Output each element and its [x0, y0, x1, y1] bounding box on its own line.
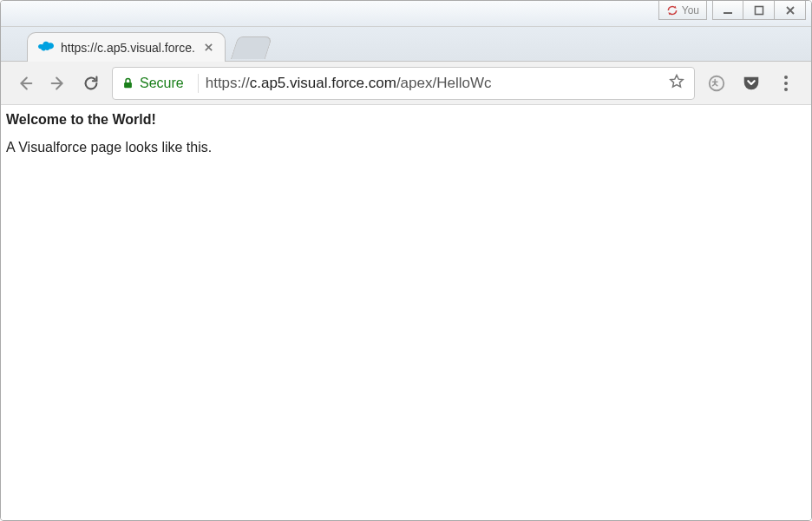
close-window-button[interactable] — [775, 1, 806, 20]
secure-chip[interactable]: Secure — [121, 76, 191, 91]
minimize-icon — [723, 5, 733, 16]
lock-icon — [121, 76, 134, 89]
page-heading: Welcome to the World! — [6, 112, 806, 128]
window-titlebar: You — [1, 1, 811, 27]
user-badge-label: You — [682, 4, 699, 16]
maximize-icon — [754, 5, 764, 16]
bookmark-button[interactable] — [666, 73, 687, 94]
star-icon — [668, 73, 685, 90]
sync-icon — [666, 4, 678, 16]
arrow-left-icon — [16, 74, 35, 93]
browser-toolbar: Secure https://c.ap5.visual.force.com/ap… — [1, 62, 811, 105]
arrow-right-icon — [49, 74, 68, 93]
tab-strip: https://c.ap5.visual.force. — [1, 27, 811, 62]
tab-close-button[interactable] — [202, 41, 216, 55]
close-icon — [204, 43, 213, 52]
minimize-button[interactable] — [712, 1, 743, 20]
new-tab-button[interactable] — [231, 36, 272, 59]
svg-rect-1 — [755, 6, 763, 14]
url-domain: c.ap5.visual.force.com — [250, 75, 396, 91]
svg-point-3 — [710, 76, 724, 90]
pocket-icon — [742, 74, 761, 93]
address-bar[interactable]: Secure https://c.ap5.visual.force.com/ap… — [112, 67, 695, 100]
svg-rect-0 — [724, 12, 732, 14]
secure-label: Secure — [140, 76, 184, 91]
browser-menu-button[interactable] — [773, 70, 799, 96]
url-path: /apex/HelloWc — [396, 75, 492, 91]
browser-tab[interactable]: https://c.ap5.visual.force. — [27, 32, 226, 62]
user-badge[interactable]: You — [658, 1, 707, 20]
translate-extension-button[interactable] — [704, 70, 730, 96]
pocket-extension-button[interactable] — [738, 70, 764, 96]
address-separator — [198, 74, 199, 93]
reload-icon — [82, 74, 101, 93]
tab-title: https://c.ap5.visual.force. — [61, 41, 195, 55]
page-content: Welcome to the World! A Visualforce page… — [1, 105, 811, 521]
salesforce-favicon — [38, 40, 54, 55]
maximize-button[interactable] — [743, 1, 775, 20]
kebab-icon — [781, 72, 791, 95]
page-paragraph: A Visualforce page looks like this. — [6, 140, 806, 155]
reload-button[interactable] — [79, 71, 103, 96]
svg-rect-2 — [124, 82, 132, 88]
forward-button[interactable] — [46, 71, 70, 96]
url-text: https://c.ap5.visual.force.com/apex/Hell… — [206, 75, 659, 92]
close-icon — [785, 5, 796, 16]
window-controls — [712, 1, 806, 20]
translate-icon — [707, 74, 726, 93]
url-scheme: https:// — [206, 75, 250, 91]
back-button[interactable] — [13, 71, 37, 96]
